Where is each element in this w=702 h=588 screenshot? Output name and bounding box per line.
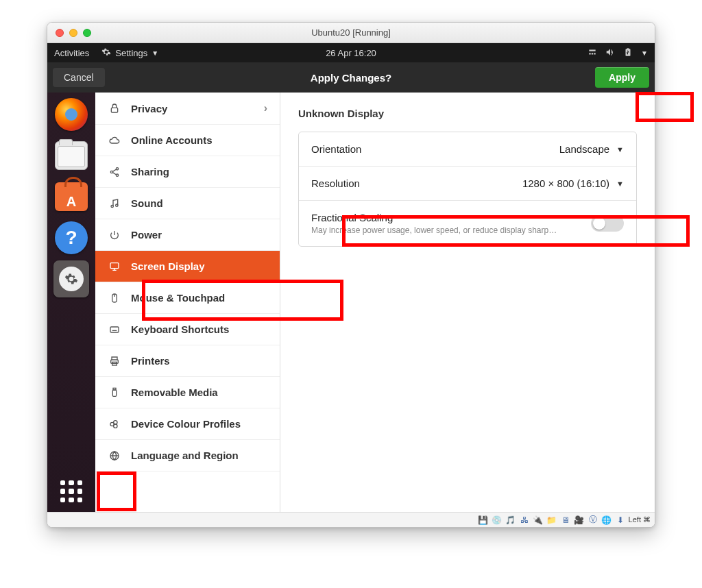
sidebar-item-label: Power	[131, 229, 162, 241]
vm-usb-icon[interactable]: 🔌	[533, 515, 544, 526]
resolution-value: 1280 × 800 (16:10)	[522, 177, 609, 189]
files-icon	[55, 141, 88, 170]
settings-icon	[53, 260, 89, 297]
printer-icon	[108, 356, 121, 367]
vm-audio-icon[interactable]: 🎵	[505, 515, 516, 526]
mac-titlebar: Ubuntu20 [Running]	[47, 23, 655, 43]
vm-additions-icon[interactable]: 🌐	[601, 515, 612, 526]
main-area: A ? Privacy›Online AccountsSharingSoundP…	[47, 93, 655, 512]
fractional-scaling-toggle[interactable]	[591, 215, 624, 232]
swatch-icon	[108, 419, 121, 430]
gear-icon	[101, 47, 111, 59]
sidebar-item-privacy[interactable]: Privacy›	[95, 93, 280, 125]
svg-point-4	[111, 205, 113, 207]
vm-optical-icon[interactable]: 💿	[492, 515, 503, 526]
sidebar-item-label: Online Accounts	[131, 134, 213, 146]
vm-network-icon[interactable]: 🖧	[519, 515, 530, 526]
sidebar-item-mouse-touchpad[interactable]: Mouse & Touchpad	[95, 282, 280, 314]
vm-disk-icon[interactable]: 💾	[478, 515, 489, 526]
resolution-label: Resolution	[311, 177, 360, 189]
fractional-scaling-label: Fractional Scaling	[311, 212, 557, 223]
cloud-icon	[108, 135, 121, 146]
activities-button[interactable]: Activities	[54, 48, 89, 58]
settings-content: Unknown Display Orientation Landscape ▼ …	[280, 93, 655, 512]
battery-icon	[623, 47, 633, 59]
chevron-down-icon: ▼	[641, 49, 648, 57]
vm-mouse-icon[interactable]: ⬇	[615, 515, 626, 526]
vm-host-key: Left ⌘	[629, 515, 651, 524]
header-bar: Cancel Apply Changes? Apply	[47, 62, 655, 93]
sidebar-item-label: Sound	[131, 197, 163, 209]
volume-icon	[605, 47, 615, 59]
resolution-row[interactable]: Resolution 1280 × 800 (16:10) ▼	[299, 166, 636, 200]
firefox-icon	[55, 98, 88, 131]
svg-point-14	[114, 420, 117, 424]
sidebar-item-sound[interactable]: Sound	[95, 188, 280, 219]
sidebar-item-label: Privacy	[131, 103, 167, 114]
chevron-right-icon: ›	[264, 102, 267, 114]
vm-shared-icon[interactable]: 📁	[546, 515, 557, 526]
vm-recording-icon[interactable]: 🎥	[574, 515, 585, 526]
svg-rect-11	[112, 390, 116, 396]
usb-icon	[108, 387, 121, 398]
mouse-icon	[108, 293, 121, 304]
network-icon	[588, 47, 597, 59]
sidebar-item-label: Language and Region	[131, 450, 239, 461]
share-icon	[108, 167, 121, 177]
sidebar-item-sharing[interactable]: Sharing	[95, 156, 280, 188]
sidebar-item-label: Removable Media	[131, 387, 218, 398]
sidebar-item-power[interactable]: Power	[95, 219, 280, 251]
dock-files[interactable]	[53, 138, 89, 173]
sidebar-item-label: Screen Display	[131, 260, 205, 272]
sidebar-item-label: Sharing	[131, 166, 169, 177]
app-menu[interactable]: Settings ▼	[101, 47, 158, 59]
svg-point-5	[116, 204, 118, 206]
sidebar-item-printers[interactable]: Printers	[95, 345, 280, 377]
lock-icon	[108, 103, 121, 114]
sidebar-item-removable-media[interactable]: Removable Media	[95, 377, 280, 408]
help-icon: ?	[55, 221, 88, 254]
svg-rect-12	[113, 388, 116, 390]
svg-rect-8	[110, 327, 119, 332]
vm-status-bar: 💾 💿 🎵 🖧 🔌 📁 🖥 🎥 Ⓥ 🌐 ⬇ Left ⌘	[47, 512, 655, 527]
settings-sidebar[interactable]: Privacy›Online AccountsSharingSoundPower…	[95, 93, 280, 512]
dock-firefox[interactable]	[53, 97, 89, 132]
sidebar-item-label: Device Colour Profiles	[131, 418, 241, 430]
chevron-down-icon: ▼	[616, 180, 624, 188]
sidebar-item-label: Mouse & Touchpad	[131, 292, 225, 304]
note-icon	[108, 198, 121, 209]
fractional-scaling-sub: May increase power usage, lower speed, o…	[311, 225, 557, 235]
vm-display-icon[interactable]: 🖥	[560, 515, 571, 526]
chevron-down-icon: ▼	[152, 49, 158, 57]
svg-rect-6	[110, 262, 119, 268]
section-title: Unknown Display	[298, 108, 637, 119]
vm-vrde-icon[interactable]: Ⓥ	[588, 515, 598, 526]
sidebar-item-device-colour-profiles[interactable]: Device Colour Profiles	[95, 408, 280, 440]
show-applications-button[interactable]	[58, 478, 85, 505]
status-area[interactable]: ▼	[588, 47, 648, 59]
app-menu-label: Settings	[115, 48, 147, 58]
sidebar-item-online-accounts[interactable]: Online Accounts	[95, 125, 280, 156]
window-title: Ubuntu20 [Running]	[47, 27, 655, 38]
dock-help[interactable]: ?	[53, 220, 89, 256]
dock-settings[interactable]	[53, 261, 89, 297]
orientation-value: Landscape	[559, 143, 609, 155]
header-title: Apply Changes?	[47, 72, 655, 84]
gnome-top-bar: Activities Settings ▼ 26 Apr 16:20 ▼	[47, 43, 655, 62]
display-icon	[108, 261, 121, 272]
sidebar-item-label: Keyboard Shortcuts	[131, 323, 229, 335]
orientation-row[interactable]: Orientation Landscape ▼	[299, 132, 636, 166]
sidebar-item-screen-display[interactable]: Screen Display	[95, 251, 280, 282]
orientation-label: Orientation	[311, 143, 361, 155]
ubuntu-dock: A ?	[47, 93, 95, 512]
svg-rect-0	[111, 108, 117, 112]
sidebar-item-keyboard-shortcuts[interactable]: Keyboard Shortcuts	[95, 314, 280, 345]
sidebar-item-language-and-region[interactable]: Language and Region	[95, 440, 280, 471]
globe-icon	[108, 450, 121, 461]
power-icon	[108, 230, 121, 241]
svg-point-15	[114, 424, 117, 428]
software-icon: A	[55, 182, 88, 211]
keyboard-icon	[108, 324, 121, 335]
sidebar-item-label: Printers	[131, 355, 170, 367]
dock-software[interactable]: A	[53, 179, 89, 215]
